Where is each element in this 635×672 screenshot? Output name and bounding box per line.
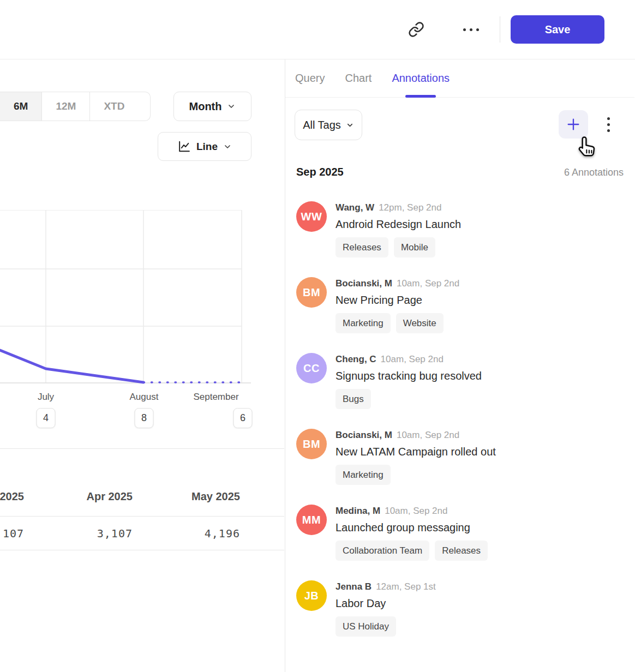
annotation-item[interactable]: MM Medina, M10am, Sep 2nd Launched group… (296, 505, 624, 561)
annotation-item[interactable]: WW Wang, W12pm, Sep 2nd Android Redesign… (296, 201, 624, 257)
annotation-author: Cheng, C (336, 354, 376, 364)
annotations-panel: QueryChartAnnotations All Tags Sep 2025 … (285, 59, 634, 672)
series-actual (0, 350, 143, 382)
annotations-menu-button[interactable] (603, 117, 614, 139)
granularity-dropdown[interactable]: Month (173, 92, 251, 121)
annotation-item[interactable]: JB Jenna B12am, Sep 1st Labor Day US Hol… (296, 580, 624, 637)
avatar: BM (296, 429, 327, 459)
annotation-timestamp: 12pm, Sep 2nd (379, 202, 441, 213)
tag-pill[interactable]: US Holiday (336, 616, 396, 637)
annotation-title: Signups tracking bug resolved (336, 367, 482, 386)
topbar-divider (500, 16, 500, 43)
tab-annotations[interactable]: Annotations (392, 59, 450, 97)
chevron-down-icon (227, 102, 236, 111)
chevron-down-icon (346, 121, 354, 129)
annotation-timestamp: 10am, Sep 2nd (381, 354, 444, 364)
annotation-count-badge[interactable]: 4 (37, 408, 56, 428)
annotation-title: Android Redesign Launch (336, 215, 461, 234)
annotation-tags: Bugs (336, 389, 482, 409)
annotation-item[interactable]: BM Bocianski, M10am, Sep 2nd New Pricing… (296, 277, 624, 333)
annotation-author: Wang, W (336, 202, 374, 213)
tag-pill[interactable]: Website (396, 313, 444, 333)
annotation-list: WW Wang, W12pm, Sep 2nd Android Redesign… (296, 201, 624, 656)
link-icon (408, 21, 424, 38)
line-chart[interactable] (0, 210, 252, 385)
avatar: BM (296, 277, 327, 308)
section-header: Sep 2025 6 Annotations (296, 166, 624, 178)
table-divider (0, 448, 284, 449)
chevron-down-icon (128, 103, 136, 111)
table-value: 4,196 (133, 525, 240, 542)
kebab-icon (607, 117, 610, 120)
table-divider (0, 550, 284, 550)
annotation-author: Bocianski, M (336, 430, 392, 440)
table-header: May 2025 (133, 488, 240, 505)
annotation-count: 6 Annotations (564, 167, 624, 178)
annotation-tags: Marketing (336, 465, 496, 485)
ellipsis-icon (463, 28, 466, 31)
app-window: Save 6M12MXTD Month Line July4August8Sep… (0, 0, 635, 672)
tag-pill[interactable]: Releases (336, 237, 388, 257)
date-range-control: 6M12MXTD (0, 92, 151, 121)
range-segment-xtd[interactable]: XTD (89, 92, 150, 121)
table-divider (0, 516, 284, 517)
annotation-tags: MarketingWebsite (336, 313, 459, 333)
tag-pill[interactable]: Releases (435, 541, 488, 561)
table-value: 3,107 (25, 525, 133, 542)
section-month-title: Sep 2025 (296, 166, 344, 178)
avatar: CC (296, 353, 327, 383)
avatar: MM (296, 505, 327, 535)
annotation-timestamp: 10am, Sep 2nd (397, 430, 459, 440)
annotation-count-badge[interactable]: 8 (135, 408, 154, 428)
share-link-button[interactable] (404, 17, 429, 41)
tab-chart[interactable]: Chart (345, 59, 372, 97)
x-tick-july: July (38, 392, 54, 403)
range-segment-12m[interactable]: 12M (41, 92, 89, 121)
annotation-tags: ReleasesMobile (336, 237, 461, 257)
line-chart-icon (177, 140, 191, 153)
chevron-down-icon (223, 142, 232, 151)
save-button[interactable]: Save (511, 15, 604, 44)
annotation-author: Bocianski, M (336, 278, 392, 289)
annotation-item[interactable]: CC Cheng, C10am, Sep 2nd Signups trackin… (296, 353, 624, 409)
table-header: Apr 2025 (25, 488, 133, 505)
annotation-tags: US Holiday (336, 616, 436, 637)
avatar: JB (296, 580, 327, 611)
annotation-title: Labor Day (336, 594, 436, 613)
table-value: 107 (0, 525, 24, 542)
annotation-title: New Pricing Page (336, 291, 459, 310)
range-segment-6m[interactable]: 6M (0, 92, 41, 121)
tag-pill[interactable]: Collaboration Team (336, 541, 429, 561)
tag-pill[interactable]: Marketing (336, 313, 391, 333)
add-annotation-button[interactable] (559, 110, 588, 139)
annotation-timestamp: 10am, Sep 2nd (397, 278, 459, 289)
x-tick-september: September (193, 392, 238, 403)
tag-pill[interactable]: Mobile (394, 237, 435, 257)
x-tick-august: August (130, 392, 159, 403)
annotation-count-badge[interactable]: 6 (233, 408, 253, 428)
granularity-label: Month (189, 100, 222, 113)
annotation-tags: Collaboration TeamReleases (336, 541, 488, 561)
annotation-title: New LATAM Campaign rolled out (336, 442, 496, 461)
top-bar: Save (0, 0, 635, 59)
tag-filter-dropdown[interactable]: All Tags (295, 110, 362, 140)
tab-query[interactable]: Query (295, 59, 325, 97)
annotation-author: Jenna B (336, 581, 372, 592)
avatar: WW (296, 201, 327, 232)
annotation-author: Medina, M (336, 506, 380, 516)
chart-type-label: Line (196, 141, 218, 153)
tag-filter-label: All Tags (303, 119, 341, 131)
annotation-item[interactable]: BM Bocianski, M10am, Sep 2nd New LATAM C… (296, 429, 624, 485)
panel-tabs: QueryChartAnnotations (285, 59, 634, 98)
more-options-button[interactable] (456, 22, 486, 37)
annotation-timestamp: 10am, Sep 2nd (385, 506, 447, 516)
annotation-title: Launched group messaging (336, 518, 488, 537)
chart-type-dropdown[interactable]: Line (158, 132, 251, 161)
table-header: 2025 (0, 488, 24, 505)
tag-pill[interactable]: Bugs (336, 389, 371, 409)
tag-pill[interactable]: Marketing (336, 465, 391, 485)
annotation-timestamp: 12am, Sep 1st (376, 581, 436, 592)
plus-icon (566, 117, 581, 132)
